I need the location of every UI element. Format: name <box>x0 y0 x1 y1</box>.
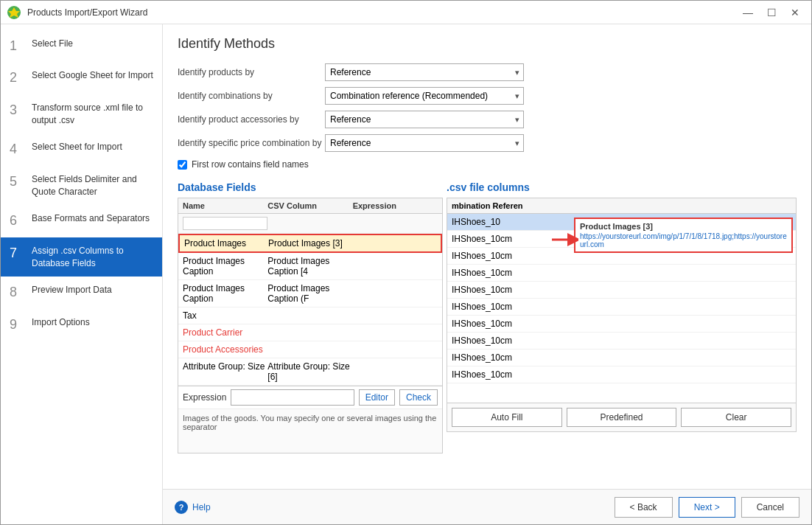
identify-methods-section: Identify products by Reference Identify … <box>178 63 797 170</box>
cancel-button[interactable]: Cancel <box>741 497 799 518</box>
red-arrow <box>550 232 578 249</box>
db-filter-row[interactable] <box>178 214 442 234</box>
csv-cell: IHShoes_10cm <box>452 319 622 329</box>
step-label: Assign .csv Columns to Database Fields <box>32 245 153 270</box>
footer-buttons: < Back Next > Cancel <box>615 497 799 518</box>
db-row-name: Tax <box>183 310 267 321</box>
expression-input[interactable] <box>231 389 354 406</box>
identify-accessories-select-wrapper: Reference <box>325 111 524 128</box>
csv-footer: Auto Fill Predefined Clear <box>447 403 796 431</box>
db-row-csv <box>267 310 352 321</box>
help-link[interactable]: ? Help <box>175 501 211 514</box>
app-icon <box>7 5 21 20</box>
clear-button[interactable]: Clear <box>681 408 791 427</box>
step-label: Select File <box>32 38 73 50</box>
auto-fill-button[interactable]: Auto Fill <box>452 408 562 427</box>
db-row-expr <box>353 344 438 355</box>
csv-panel: mbination Referen Product Images [3] htt… <box>447 198 797 432</box>
next-button[interactable]: Next > <box>679 497 735 518</box>
db-row-name: Product Images <box>184 238 268 248</box>
db-row-expr <box>353 327 438 338</box>
sidebar-item-5[interactable]: 5Select Fields Delimiter and Quote Chara… <box>1 166 162 206</box>
sidebar-item-6[interactable]: 6Base Formats and Separators <box>1 205 162 237</box>
minimize-button[interactable]: ― <box>738 4 758 21</box>
identify-products-label: Identify products by <box>178 67 325 77</box>
db-row-caption1[interactable]: Product Images Caption Product Images Ca… <box>178 253 442 280</box>
step-number: 4 <box>10 141 24 158</box>
identify-combinations-row: Identify combinations by Combination ref… <box>178 87 797 105</box>
help-label: Help <box>192 502 211 512</box>
sidebar-item-4[interactable]: 4Select Sheet for Import <box>1 133 162 165</box>
expression-row: Expression Editor Check <box>178 386 442 408</box>
content-area: Identify Methods Identify products by Re… <box>163 24 811 524</box>
csv-row-3[interactable]: IHShoes_10cm <box>447 265 796 282</box>
step-number: 8 <box>10 284 24 301</box>
csv-row-5[interactable]: IHShoes_10cm <box>447 299 796 316</box>
sidebar-item-8[interactable]: 8Preview Import Data <box>1 277 162 308</box>
db-row-name: Product Images Caption <box>183 256 267 277</box>
identify-combinations-select[interactable]: Combination reference (Recommended) <box>325 87 524 105</box>
identify-price-select[interactable]: Reference <box>325 134 524 152</box>
db-filter-input[interactable] <box>183 217 267 230</box>
identify-products-select[interactable]: Reference <box>325 63 524 81</box>
identify-accessories-label: Identify product accessories by <box>178 114 325 125</box>
sidebar-item-1[interactable]: 1Select File <box>1 30 162 62</box>
db-fields-section: Database Fields Name CSV Column Expressi… <box>178 181 439 432</box>
back-button[interactable]: < Back <box>615 497 673 518</box>
main-window: Products Import/Export Wizard ― ☐ ✕ 1Sel… <box>0 0 812 525</box>
db-row-product-images[interactable]: Product Images Product Images [3] <box>178 234 442 253</box>
db-row-name: Attribute Group: Size <box>183 361 267 382</box>
identify-price-label: Identify specific price combination by <box>178 138 325 148</box>
db-row-caption2[interactable]: Product Images Caption Product Images Ca… <box>178 280 442 307</box>
csv-cell: IHShoes_10cm <box>452 335 622 346</box>
csv-row-8[interactable]: IHShoes_10cm <box>447 350 796 366</box>
db-header-csv: CSV Column <box>267 201 352 210</box>
step-number: 1 <box>10 38 24 55</box>
maximize-button[interactable]: ☐ <box>761 4 782 21</box>
step-label: Transform source .xml file to output .cs… <box>32 102 153 127</box>
check-button[interactable]: Check <box>399 389 438 406</box>
db-row-accessories[interactable]: Product Accessories <box>178 341 442 358</box>
step-label: Select Fields Delimiter and Quote Charac… <box>32 173 153 198</box>
db-row-carrier[interactable]: Product Carrier <box>178 324 442 341</box>
window-controls: ― ☐ ✕ <box>738 4 805 21</box>
db-header-expr: Expression <box>353 201 438 210</box>
db-row-attr-size[interactable]: Attribute Group: Size Attribute Group: S… <box>178 358 442 386</box>
db-row-tax[interactable]: Tax <box>178 307 442 324</box>
csv-header: mbination Referen <box>447 198 796 214</box>
step-number: 2 <box>10 69 24 86</box>
csv-row-7[interactable]: IHShoes_10cm <box>447 333 796 350</box>
step-label: Preview Import Data <box>32 284 112 296</box>
close-button[interactable]: ✕ <box>785 4 805 21</box>
description-area: Images of the goods. You may specify one… <box>178 408 442 453</box>
db-row-csv: Product Images Caption [4 <box>267 256 352 277</box>
db-row-csv: Product Images [3] <box>268 238 352 248</box>
step-label: Select Google Sheet for Import <box>32 69 153 82</box>
main-content: 1Select File2Select Google Sheet for Imp… <box>1 24 811 524</box>
tooltip-url: https://yourstoreurl.com/img/p/1/7/1/8/1… <box>580 232 787 248</box>
step-number: 5 <box>10 173 24 190</box>
identify-price-row: Identify specific price combination by R… <box>178 134 797 152</box>
db-row-csv: Attribute Group: Size [6] <box>267 361 352 382</box>
step-number: 7 <box>10 245 24 262</box>
first-row-checkbox[interactable] <box>178 160 187 170</box>
predefined-button[interactable]: Predefined <box>567 408 677 427</box>
db-fields-body: Product Images Product Images [3] Produc… <box>178 214 442 386</box>
help-icon: ? <box>175 501 188 514</box>
editor-button[interactable]: Editor <box>359 389 395 406</box>
sidebar-item-9[interactable]: 9Import Options <box>1 309 162 341</box>
db-row-expr <box>352 238 436 248</box>
step-number: 9 <box>10 316 24 333</box>
sidebar-item-7[interactable]: 7Assign .csv Columns to Database Fields <box>1 237 162 277</box>
csv-row-6[interactable]: IHShoes_10cm <box>447 316 796 333</box>
identify-accessories-select[interactable]: Reference <box>325 111 524 128</box>
sidebar-item-3[interactable]: 3Transform source .xml file to output .c… <box>1 94 162 134</box>
csv-row-4[interactable]: IHShoes_10cm <box>447 282 796 299</box>
db-row-name: Product Accessories <box>183 344 267 355</box>
csv-row-9[interactable]: IHShoes_10cm <box>447 366 796 383</box>
sidebar-item-2[interactable]: 2Select Google Sheet for Import <box>1 62 162 94</box>
csv-col2-header <box>622 201 792 210</box>
step-label: Import Options <box>32 316 90 329</box>
identify-products-row: Identify products by Reference <box>178 63 797 81</box>
csv-cell: IHShoes_10cm <box>452 369 622 380</box>
